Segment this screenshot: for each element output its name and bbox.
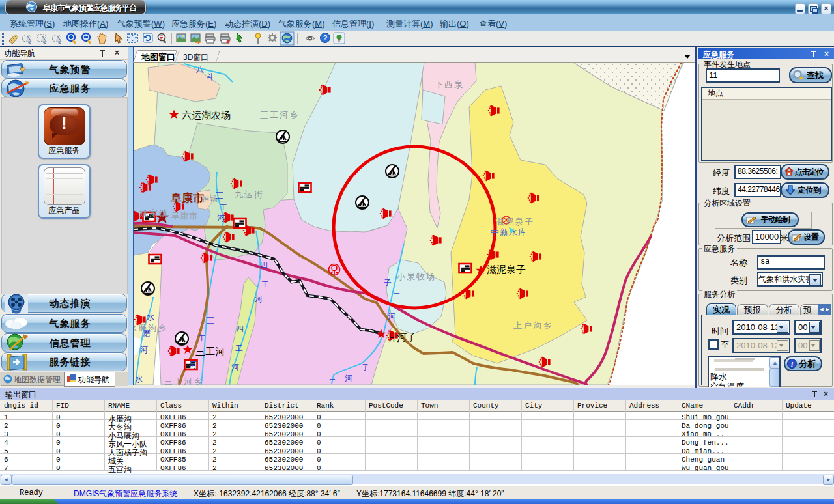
svg-text:三: 三 [216,191,223,200]
svg-text:河: 河 [189,360,197,369]
svg-text:九运街: 九运街 [235,189,264,199]
svg-text:滋泥泉子: 滋泥泉子 [487,264,526,275]
svg-text:小泉牧场: 小泉牧场 [396,272,436,281]
svg-text:中新水库: 中新水库 [491,227,527,237]
svg-text:甘河子: 甘河子 [387,331,416,343]
svg-text:三工河乡: 三工河乡 [260,110,299,120]
svg-text:四: 四 [260,260,268,270]
svg-text:河: 河 [140,345,148,354]
svg-text:水: 水 [135,374,143,384]
svg-text:斗: 斗 [207,72,214,81]
svg-text:二: 二 [393,291,401,300]
svg-text:河: 河 [255,294,263,303]
svg-text:三: 三 [207,316,214,325]
svg-text:?: ? [323,34,328,42]
svg-text:河: 河 [231,363,239,372]
svg-text:工: 工 [261,280,269,289]
svg-text:二: 二 [328,377,336,385]
svg-text:三工河乡: 三工河乡 [164,376,203,385]
svg-text:水: 水 [147,313,154,322]
svg-text:四: 四 [236,324,244,333]
svg-text:工: 工 [235,344,243,353]
svg-text:河: 河 [388,312,395,321]
svg-text:下西泉: 下西泉 [435,79,464,89]
svg-text:河: 河 [345,374,352,383]
svg-text:磨: 磨 [143,329,151,338]
svg-text:上户沟乡: 上户沟乡 [513,320,553,330]
svg-text:工: 工 [220,203,227,212]
svg-text:子: 子 [362,363,369,372]
svg-text:子: 子 [384,278,392,287]
svg-text:滋泥泉子: 滋泥泉子 [495,217,534,227]
svg-text:阜康市: 阜康市 [170,191,204,204]
svg-text:工: 工 [198,334,206,343]
svg-text:八: 八 [196,64,204,74]
svg-text:水磨沟乡: 水磨沟乡 [134,323,167,333]
svg-text:六运湖农场: 六运湖农场 [182,109,231,120]
svg-text:河: 河 [217,214,225,223]
svg-text:三工河: 三工河 [195,346,225,357]
svg-text:姚家镇: 姚家镇 [139,208,169,218]
svg-text:阜康市: 阜康市 [171,210,198,221]
